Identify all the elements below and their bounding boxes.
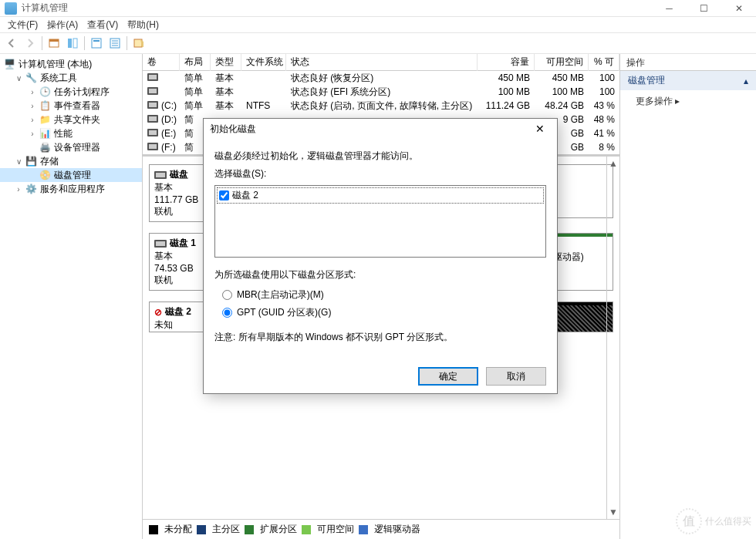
svg-rect-5 [93, 40, 100, 42]
tree-services[interactable]: ›⚙️服务和应用程序 [0, 182, 142, 196]
radio-mbr[interactable]: MBR(主启动记录)(M) [214, 286, 546, 304]
minimize-button[interactable]: ─ [652, 0, 687, 17]
disk-select-list[interactable]: 磁盘 2 [214, 185, 546, 258]
col-layout[interactable]: 布局 [180, 54, 211, 71]
volume-icon [147, 143, 158, 150]
volume-row[interactable]: 简单基本状态良好 (EFI 系统分区)100 MB100 MB100 [143, 85, 619, 99]
clock-icon: 🕒 [39, 86, 51, 98]
scrollbar[interactable]: ▲▼ [606, 157, 619, 519]
col-status[interactable]: 状态 [286, 54, 478, 71]
tree-performance[interactable]: ›📊性能 [0, 126, 142, 140]
app-icon [5, 2, 17, 15]
event-icon: 📋 [39, 99, 51, 112]
dialog-close-button[interactable]: ✕ [529, 123, 551, 135]
folder-share-icon: 📁 [39, 113, 51, 126]
mbr-radio[interactable] [222, 290, 232, 300]
titlebar: 计算机管理 ─ ☐ ✕ [0, 0, 756, 17]
col-free[interactable]: 可用空间 [535, 54, 589, 71]
svg-rect-4 [92, 39, 101, 48]
maximize-button[interactable]: ☐ [687, 0, 721, 17]
computer-icon: 🖥️ [3, 58, 15, 70]
tree-task-scheduler[interactable]: ›🕒任务计划程序 [0, 85, 142, 99]
tree-root[interactable]: 🖥️计算机管理 (本地) [0, 57, 142, 71]
legend: 未分配 主分区 扩展分区 可用空间 逻辑驱动器 [143, 519, 619, 539]
close-button[interactable]: ✕ [721, 0, 756, 17]
col-volume[interactable]: 卷 [143, 54, 180, 71]
menu-view[interactable]: 查看(V) [83, 17, 123, 33]
svg-rect-1 [49, 39, 59, 42]
storage-icon: 💾 [25, 155, 37, 167]
col-type[interactable]: 类型 [211, 54, 241, 71]
back-button[interactable] [3, 35, 20, 52]
volume-icon [147, 87, 158, 95]
chevron-up-icon: ▴ [744, 76, 748, 86]
initialize-disk-dialog: 初始化磁盘 ✕ 磁盘必须经过初始化，逻辑磁盘管理器才能访问。 选择磁盘(S): … [203, 118, 558, 394]
dialog-title: 初始化磁盘 [210, 123, 529, 136]
menu-help[interactable]: 帮助(H) [123, 17, 164, 33]
volume-list-header: 卷 布局 类型 文件系统 状态 容量 可用空间 % 可 [143, 54, 619, 71]
navigation-tree: 🖥️计算机管理 (本地) ∨🔧系统工具 ›🕒任务计划程序 ›📋事件查看器 ›📁共… [0, 54, 143, 539]
menu-file[interactable]: 文件(F) [3, 17, 42, 33]
disk-checkbox[interactable] [219, 190, 229, 200]
disk-icon [154, 240, 167, 248]
refresh-button[interactable] [88, 35, 105, 52]
tree-storage[interactable]: ∨💾存储 [0, 154, 142, 168]
partition-style-label: 为所选磁盘使用以下磁盘分区形式: [214, 268, 546, 281]
radio-gpt[interactable]: GPT (GUID 分区表)(G) [214, 304, 546, 322]
services-icon: ⚙️ [25, 183, 37, 195]
device-icon: 🖨️ [39, 141, 51, 153]
svg-rect-3 [73, 39, 77, 48]
tree-event-viewer[interactable]: ›📋事件查看器 [0, 99, 142, 113]
toolbar [0, 32, 756, 54]
volume-icon [147, 73, 158, 81]
gpt-radio[interactable] [222, 308, 232, 318]
col-capacity[interactable]: 容量 [478, 54, 535, 71]
dialog-message: 磁盘必须经过初始化，逻辑磁盘管理器才能访问。 [214, 150, 546, 163]
disk-checkbox-item[interactable]: 磁盘 2 [217, 187, 544, 204]
toolbar-btn-1[interactable] [46, 35, 62, 52]
svg-rect-2 [68, 39, 72, 48]
col-percent[interactable]: % 可 [589, 54, 619, 71]
col-filesystem[interactable]: 文件系统 [241, 54, 286, 71]
select-disk-label: 选择磁盘(S): [214, 167, 546, 180]
tree-device-manager[interactable]: 🖨️设备管理器 [0, 140, 142, 154]
cancel-button[interactable]: 取消 [486, 367, 546, 386]
disk-icon [154, 171, 167, 179]
chevron-right-icon: ▸ [675, 96, 680, 106]
wrench-icon: 🔧 [25, 72, 37, 84]
volume-icon [147, 115, 158, 123]
more-actions[interactable]: 更多操作 ▸ [620, 90, 756, 113]
tree-system-tools[interactable]: ∨🔧系统工具 [0, 71, 142, 85]
actions-header: 操作 [620, 54, 756, 71]
tree-disk-management[interactable]: 📀磁盘管理 [0, 168, 142, 182]
help-button[interactable] [130, 35, 147, 52]
volume-icon [147, 129, 158, 136]
window-title: 计算机管理 [22, 2, 652, 15]
disk-icon: 📀 [39, 169, 51, 181]
volume-row[interactable]: (C:)简单基本NTFS状态良好 (启动, 页面文件, 故障转储, 主分区)11… [143, 99, 619, 113]
volume-row[interactable]: 简单基本状态良好 (恢复分区)450 MB450 MB100 [143, 71, 619, 85]
toolbar-btn-2[interactable] [64, 35, 81, 52]
ok-button[interactable]: 确定 [418, 367, 478, 386]
forward-button[interactable] [22, 35, 39, 52]
toolbar-btn-4[interactable] [106, 35, 123, 52]
actions-pane: 操作 磁盘管理▴ 更多操作 ▸ [619, 54, 756, 539]
tree-shared-folders[interactable]: ›📁共享文件夹 [0, 113, 142, 126]
menu-action[interactable]: 操作(A) [42, 17, 83, 33]
actions-section[interactable]: 磁盘管理▴ [620, 71, 756, 90]
menubar: 文件(F) 操作(A) 查看(V) 帮助(H) [0, 17, 756, 32]
volume-icon [147, 101, 158, 109]
dialog-note: 注意: 所有早期版本的 Windows 都不识别 GPT 分区形式。 [214, 331, 546, 344]
perf-icon: 📊 [39, 127, 51, 140]
